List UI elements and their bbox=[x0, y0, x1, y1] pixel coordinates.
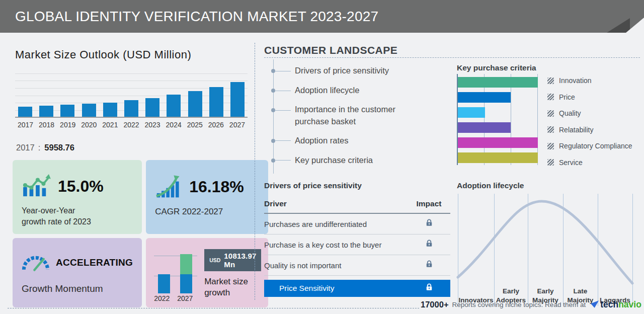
legend-item: Quality bbox=[547, 109, 632, 117]
price-sensitivity-title: Drivers of price sensitivity bbox=[264, 181, 450, 190]
criteria-bar-relatability bbox=[458, 122, 511, 133]
yoy-growth-label: Year-over-Year growth rate of 2023 bbox=[22, 205, 133, 227]
legend-item: Regulatory Compliance bbox=[547, 142, 632, 150]
driver-row-2: Purchase is a key cost to the buyer bbox=[264, 234, 450, 255]
footer-dashed-rule bbox=[8, 308, 419, 308]
legend-item: Relatability bbox=[547, 126, 632, 134]
kpc-bars bbox=[458, 77, 538, 163]
market-size-chart bbox=[15, 73, 248, 118]
landscape-item-1: Drivers of price sensitivity bbox=[274, 64, 444, 77]
year-label: 2026 bbox=[206, 121, 226, 129]
infographic-root: GLOBAL IDENTITY VERIFICATION MARKET 2023… bbox=[0, 0, 644, 314]
legend-label: Regulatory Compliance bbox=[559, 142, 632, 150]
col-impact: Impact bbox=[408, 199, 450, 208]
connector-line bbox=[275, 110, 291, 111]
connector-line bbox=[275, 71, 291, 71]
driver-label: Quality is not important bbox=[264, 261, 341, 270]
anchor-year: 2017 bbox=[16, 143, 35, 152]
price-sensitivity-highlight-row: Price Sensitivity bbox=[264, 280, 450, 297]
year-label: 2017 bbox=[15, 121, 36, 129]
market-x-labels: 2017201820192020202120222023202420252026… bbox=[15, 121, 248, 129]
header-bar: GLOBAL IDENTITY VERIFICATION MARKET 2023… bbox=[0, 0, 644, 33]
landscape-item-label: Adoption lifecycle bbox=[295, 85, 359, 97]
landscape-item-5: Key purchase criteria bbox=[274, 154, 444, 167]
adoption-lifecycle-title: Adoption lifecycle bbox=[457, 181, 524, 190]
legend-marker-icon bbox=[547, 159, 554, 166]
market-size-bar-2017 bbox=[18, 107, 32, 117]
year-label: 2024 bbox=[164, 121, 184, 129]
legend-marker-icon bbox=[547, 143, 554, 149]
criteria-bar-quality bbox=[458, 107, 485, 118]
legend-item: Service bbox=[547, 159, 632, 167]
year-label: 2025 bbox=[185, 121, 205, 129]
market-size-bar-2026 bbox=[209, 87, 223, 117]
market-size-bar-2021 bbox=[103, 103, 117, 117]
col-driver: Driver bbox=[264, 199, 287, 208]
mini-bar-2027-growth bbox=[180, 254, 192, 274]
cagr-label: CAGR 2022-2027 bbox=[155, 206, 259, 218]
landscape-item-4: Adoption rates bbox=[274, 134, 444, 147]
footer-text: Reports covering niche topics. Read them… bbox=[452, 301, 586, 308]
momentum-value: ACCELERATING bbox=[56, 257, 133, 268]
market-outlook-title: Market Size Outlook (USD Million) bbox=[15, 48, 191, 61]
criteria-bar-regulatory-compliance bbox=[458, 137, 538, 148]
legend-label: Price bbox=[559, 93, 575, 101]
bar-trend-icon bbox=[22, 173, 52, 199]
mini-year-2022: 2022 bbox=[154, 294, 177, 302]
driver-table-header: Driver Impact bbox=[264, 197, 450, 214]
market-size-bar-2023 bbox=[145, 98, 159, 117]
footer: 17000+ Reports covering niche topics. Re… bbox=[421, 298, 641, 311]
landscape-item-3: Importance in the customer purchase bask… bbox=[274, 104, 444, 128]
driver-row-3: Quality is not important bbox=[264, 255, 450, 276]
customer-landscape-title: CUSTOMER LANDSCAPE bbox=[264, 44, 397, 56]
lock-icon bbox=[408, 218, 450, 230]
growth-mini-chart: 2022 2027 bbox=[154, 246, 200, 302]
logo-text-navio: navio bbox=[618, 299, 641, 310]
badge-amount: 10813.97 Mn bbox=[224, 252, 256, 269]
landscape-item-label: Key purchase criteria bbox=[295, 154, 373, 167]
landscape-list: Drivers of price sensitivityAdoption lif… bbox=[273, 59, 444, 174]
technavio-logo[interactable]: technavio bbox=[591, 299, 641, 310]
year-label: 2023 bbox=[142, 121, 163, 129]
connector-line bbox=[275, 91, 291, 91]
vertical-divider bbox=[255, 43, 255, 300]
legend-marker-icon bbox=[547, 77, 554, 84]
speedometer-icon bbox=[22, 251, 50, 274]
market-size-bar-2018 bbox=[39, 106, 53, 117]
market-size-bar-2027 bbox=[230, 82, 245, 117]
market-growth-label: Market size growth bbox=[204, 276, 261, 298]
kpc-legend: InnovationPriceQualityRelatabilityRegula… bbox=[547, 76, 632, 175]
market-bars bbox=[15, 73, 248, 117]
logo-text-tech: tech bbox=[600, 299, 618, 310]
price-sensitivity-panel: Drivers of price sensitivity Driver Impa… bbox=[264, 181, 450, 297]
year-label: 2019 bbox=[57, 121, 78, 129]
rising-bars-arrow-icon bbox=[155, 173, 183, 200]
growth-momentum-card: ACCELERATING Growth Momentum bbox=[13, 238, 142, 307]
mini-bar-2027-base bbox=[180, 274, 192, 293]
lock-icon bbox=[408, 259, 450, 271]
key-purchase-criteria-chart bbox=[457, 74, 538, 165]
market-size-bar-2024 bbox=[167, 95, 181, 117]
legend-marker-icon bbox=[547, 126, 554, 133]
anchor-amount: 5958.76 bbox=[44, 143, 74, 152]
cagr-value: 16.18% bbox=[189, 178, 244, 196]
landscape-item-label: Adoption rates bbox=[295, 135, 348, 147]
highlight-label: Price Sensitivity bbox=[279, 284, 334, 293]
legend-label: Innovation bbox=[559, 76, 592, 85]
cagr-card: 16.18% CAGR 2022-2027 bbox=[146, 160, 268, 234]
anchor-separator: : bbox=[38, 143, 41, 152]
highlight-lock-icon bbox=[408, 282, 450, 294]
stat-boxes: 15.0% Year-over-Year growth rate of 2023 bbox=[13, 160, 250, 299]
landscape-item-2: Adoption lifecycle bbox=[274, 84, 444, 97]
legend-label: Service bbox=[559, 159, 583, 167]
driver-label: Purchase is a key cost to the buyer bbox=[264, 241, 381, 249]
driver-rows: Purchases are undifferentiatedPurchase i… bbox=[264, 214, 450, 276]
year-label: 2018 bbox=[36, 121, 57, 129]
driver-label: Purchases are undifferentiated bbox=[264, 220, 367, 228]
market-size-bar-2025 bbox=[188, 91, 202, 117]
technavio-triangle-icon bbox=[591, 300, 599, 308]
mini-year-2027: 2027 bbox=[177, 294, 200, 302]
year-label: 2020 bbox=[78, 121, 99, 129]
criteria-bar-service bbox=[458, 152, 538, 163]
legend-item: Innovation bbox=[547, 76, 632, 85]
